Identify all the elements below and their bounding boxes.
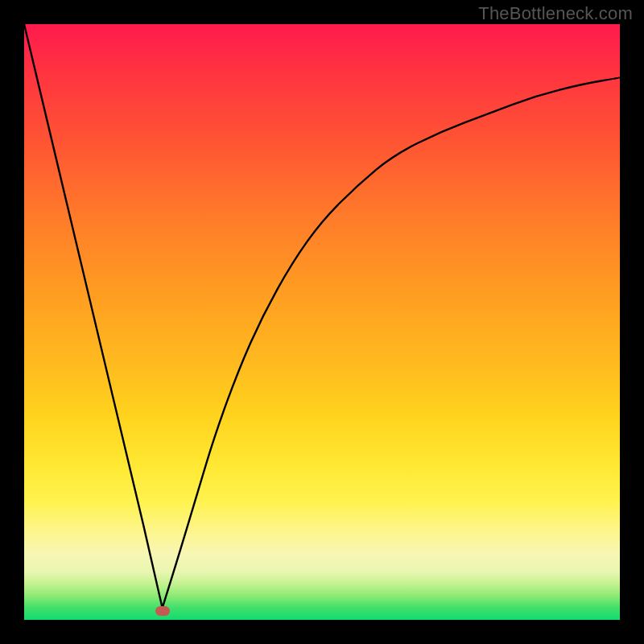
bottleneck-curve <box>24 24 620 608</box>
chart-frame: TheBottleneck.com <box>0 0 644 644</box>
curve-svg <box>24 24 620 620</box>
watermark-text: TheBottleneck.com <box>478 3 633 24</box>
minimum-marker <box>155 606 170 616</box>
plot-area <box>24 24 620 620</box>
